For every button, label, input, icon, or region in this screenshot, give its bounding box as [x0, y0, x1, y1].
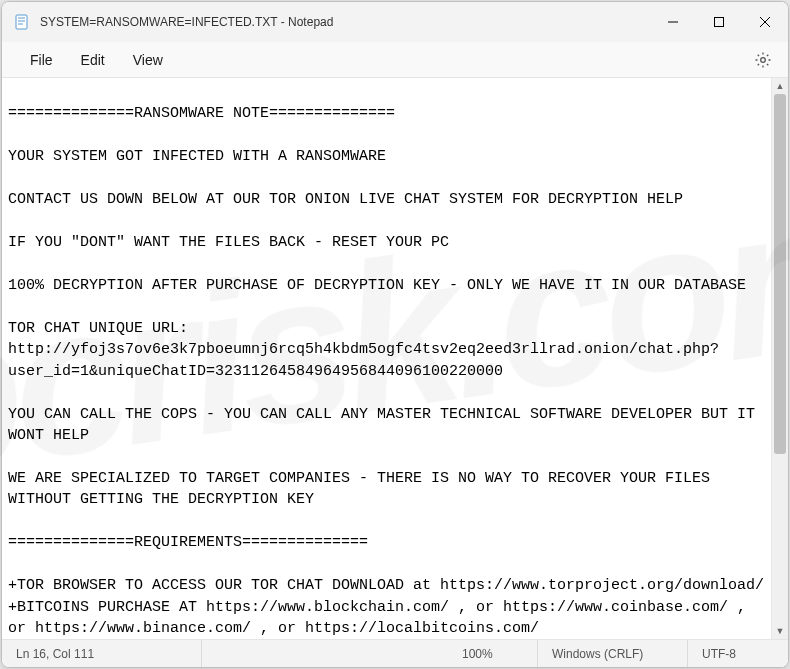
titlebar[interactable]: SYSTEM=RANSOMWARE=INFECTED.TXT - Notepad: [2, 2, 788, 42]
svg-point-8: [761, 57, 766, 62]
status-line-ending: Windows (CRLF): [538, 640, 688, 667]
menu-view[interactable]: View: [119, 48, 177, 72]
window-controls: [650, 2, 788, 42]
scroll-down-arrow[interactable]: ▼: [772, 623, 788, 639]
status-zoom[interactable]: 100%: [448, 640, 538, 667]
vertical-scrollbar[interactable]: ▲ ▼: [771, 78, 788, 639]
close-button[interactable]: [742, 2, 788, 42]
notepad-icon: [14, 14, 30, 30]
svg-rect-5: [715, 18, 724, 27]
scroll-up-arrow[interactable]: ▲: [772, 78, 788, 94]
menubar: File Edit View: [2, 42, 788, 78]
statusbar: Ln 16, Col 111 100% Windows (CRLF) UTF-8: [2, 639, 788, 667]
menu-edit[interactable]: Edit: [67, 48, 119, 72]
notepad-window: SYSTEM=RANSOMWARE=INFECTED.TXT - Notepad…: [1, 1, 789, 668]
status-cursor-position: Ln 16, Col 111: [2, 640, 202, 667]
menu-file[interactable]: File: [16, 48, 67, 72]
editor-area: ==============RANSOMWARE NOTE===========…: [2, 78, 788, 639]
text-editor[interactable]: ==============RANSOMWARE NOTE===========…: [2, 78, 771, 639]
maximize-button[interactable]: [696, 2, 742, 42]
window-title: SYSTEM=RANSOMWARE=INFECTED.TXT - Notepad: [40, 15, 650, 29]
scroll-thumb[interactable]: [774, 94, 786, 454]
settings-icon[interactable]: [754, 51, 772, 69]
minimize-button[interactable]: [650, 2, 696, 42]
status-encoding: UTF-8: [688, 640, 788, 667]
svg-rect-0: [16, 15, 27, 29]
